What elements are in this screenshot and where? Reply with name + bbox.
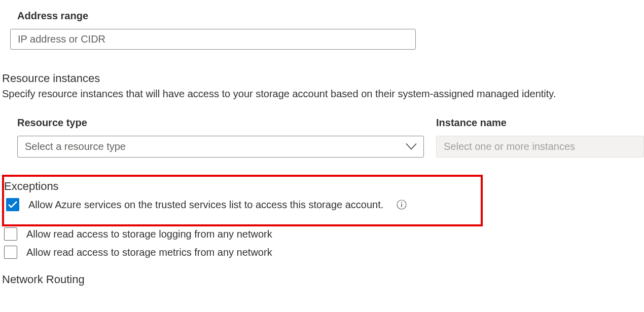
resource-instances-columns: Resource type Select a resource type Ins…: [2, 117, 644, 158]
address-range-input[interactable]: [10, 29, 416, 50]
checkbox-metrics[interactable]: [4, 246, 17, 259]
exceptions-highlight-box: Exceptions Allow Azure services on the t…: [2, 175, 483, 226]
network-routing-title: Network Routing: [2, 273, 644, 286]
exception-row-logging: Allow read access to storage logging fro…: [2, 227, 644, 241]
exception-label-metrics: Allow read access to storage metrics fro…: [26, 247, 272, 258]
svg-point-1: [401, 202, 402, 203]
resource-type-column: Resource type Select a resource type: [2, 117, 424, 158]
resource-type-select[interactable]: Select a resource type: [17, 136, 424, 158]
exception-label-logging: Allow read access to storage logging fro…: [26, 228, 272, 240]
resource-instances-description: Specify resource instances that will hav…: [2, 88, 644, 100]
info-icon[interactable]: [397, 200, 407, 210]
instance-name-select: Select one or more instances: [436, 136, 644, 158]
address-range-header: Address range: [2, 10, 644, 22]
instance-name-column: Instance name Select one or more instanc…: [436, 117, 644, 158]
resource-type-header: Resource type: [17, 117, 424, 129]
resource-instances-title: Resource instances: [2, 72, 644, 85]
svg-rect-2: [402, 204, 403, 207]
checkbox-logging[interactable]: [4, 227, 17, 241]
exception-row-trusted-services: Allow Azure services on the trusted serv…: [4, 198, 481, 211]
exceptions-title: Exceptions: [4, 180, 481, 193]
address-range-input-row: [2, 29, 644, 50]
checkbox-trusted-services[interactable]: [6, 198, 19, 211]
exception-row-metrics: Allow read access to storage metrics fro…: [2, 246, 644, 259]
exception-label-trusted-services: Allow Azure services on the trusted serv…: [28, 199, 383, 211]
resource-type-select-wrapper: Select a resource type: [17, 136, 424, 158]
instance-name-select-wrapper: Select one or more instances: [436, 136, 644, 158]
exceptions-remaining: Allow read access to storage logging fro…: [2, 227, 644, 259]
instance-name-header: Instance name: [436, 117, 644, 129]
